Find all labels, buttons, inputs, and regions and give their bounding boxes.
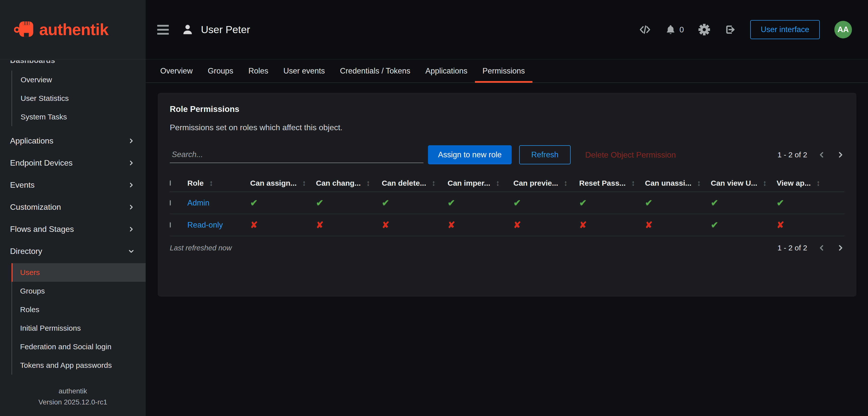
sort-icon[interactable]: ↕	[564, 179, 568, 188]
column-header-label: Can unassi...	[645, 179, 691, 187]
header-checkbox-cell	[170, 181, 187, 185]
chevron-right-icon	[128, 160, 135, 166]
tab-user-events[interactable]: User events	[276, 60, 332, 82]
footer-app-name: authentik	[0, 386, 146, 396]
role-permissions-panel: Role Permissions Permissions set on role…	[158, 93, 857, 297]
directory-subgroup: UsersGroupsRolesInitial PermissionsFeder…	[11, 263, 146, 375]
column-header-can-previe: Can previe...↕	[514, 179, 579, 188]
tab-groups[interactable]: Groups	[200, 60, 241, 82]
sidebar-section-label: Events	[10, 180, 35, 190]
refresh-button[interactable]: Refresh	[519, 145, 570, 164]
sidebar: authentik Dashboards OverviewUser Statis…	[0, 0, 146, 416]
tab-applications[interactable]: Applications	[418, 60, 475, 82]
tab-roles[interactable]: Roles	[241, 60, 276, 82]
chevron-right-icon	[128, 226, 135, 233]
role-cell: Admin	[187, 199, 250, 208]
sort-icon[interactable]: ↕	[816, 179, 820, 188]
logo-area[interactable]: authentik	[0, 0, 146, 60]
sort-icon[interactable]: ↕	[209, 179, 213, 188]
permission-granted-icon: ✔	[316, 198, 382, 208]
column-header-label: Can delete...	[382, 179, 426, 187]
role-link-admin[interactable]: Admin	[187, 199, 210, 207]
sort-icon[interactable]: ↕	[697, 179, 701, 188]
tab-credentials-tokens[interactable]: Credentials / Tokens	[333, 60, 418, 82]
sidebar-nav: Dashboards OverviewUser StatisticsSystem…	[0, 60, 146, 375]
column-header-role: Role↕	[187, 179, 250, 188]
permission-granted-icon: ✔	[579, 198, 645, 208]
table-footer: Last refreshed now 1 - 2 of 2	[170, 244, 844, 252]
select-all-checkbox[interactable]	[170, 180, 171, 186]
permission-granted-icon: ✔	[382, 198, 447, 208]
chevron-down-icon	[128, 248, 135, 255]
role-link-read-only[interactable]: Read-only	[187, 220, 223, 229]
column-header-can-imper: Can imper...↕	[447, 179, 514, 188]
sort-icon[interactable]: ↕	[631, 179, 635, 188]
sidebar-item-roles[interactable]: Roles	[11, 300, 146, 319]
sidebar-toggle-icon[interactable]	[157, 25, 169, 35]
sidebar-section-dashboards-clipped[interactable]: Dashboards	[0, 61, 146, 67]
pagination-next-icon[interactable]	[836, 151, 844, 159]
sidebar-section-label: Endpoint Devices	[10, 158, 72, 168]
sign-out-icon[interactable]	[724, 24, 736, 35]
notifications-button[interactable]: 0	[665, 24, 684, 35]
column-header-label: View ap...	[777, 179, 811, 187]
panel-title: Role Permissions	[170, 104, 844, 114]
chevron-right-icon	[128, 138, 135, 144]
row-checkbox-cell	[170, 223, 187, 227]
pagination-label: 1 - 2 of 2	[778, 150, 807, 159]
api-code-icon[interactable]	[639, 24, 651, 35]
header-actions: 0 User interface AA	[639, 20, 852, 39]
avatar[interactable]: AA	[834, 21, 852, 38]
sort-icon[interactable]: ↕	[432, 179, 436, 188]
column-header-can-assign: Can assign...↕	[250, 179, 316, 188]
permission-denied-icon: ✘	[316, 220, 382, 230]
column-header-reset-pass: Reset Pass...↕	[579, 179, 645, 188]
user-interface-button[interactable]: User interface	[750, 20, 820, 39]
sidebar-section-flows-and-stages[interactable]: Flows and Stages	[0, 218, 146, 240]
tab-permissions[interactable]: Permissions	[475, 60, 532, 82]
permission-granted-icon: ✔	[711, 220, 777, 230]
permission-denied-icon: ✘	[447, 220, 514, 230]
row-checkbox[interactable]	[170, 200, 171, 206]
search-input[interactable]	[170, 146, 424, 163]
column-header-label: Role	[187, 179, 204, 187]
sort-icon[interactable]: ↕	[366, 179, 370, 188]
permission-granted-icon: ✔	[777, 198, 842, 208]
row-checkbox-cell	[170, 201, 187, 205]
user-icon	[182, 24, 193, 35]
sidebar-item-initial-permissions[interactable]: Initial Permissions	[11, 319, 146, 338]
sidebar-section-endpoint-devices[interactable]: Endpoint Devices	[0, 152, 146, 174]
sidebar-item-groups[interactable]: Groups	[11, 282, 146, 300]
assign-to-new-role-button[interactable]: Assign to new role	[428, 145, 512, 164]
sidebar-section-customization[interactable]: Customization	[0, 196, 146, 218]
sidebar-section-directory[interactable]: Directory	[0, 240, 146, 262]
tab-overview[interactable]: Overview	[153, 60, 200, 82]
sort-icon[interactable]: ↕	[763, 179, 767, 188]
sort-icon[interactable]: ↕	[496, 179, 500, 188]
role-permissions-table: Role↕Can assign...↕Can chang...↕Can dele…	[170, 174, 844, 236]
pagination-prev-icon[interactable]	[818, 151, 826, 159]
sidebar-item-user-statistics[interactable]: User Statistics	[12, 89, 146, 108]
sidebar-item-system-tasks[interactable]: System Tasks	[12, 108, 146, 126]
sidebar-section-applications[interactable]: Applications	[0, 130, 146, 152]
sort-icon[interactable]: ↕	[302, 179, 306, 188]
search-field-wrap	[170, 146, 424, 163]
sidebar-item-users[interactable]: Users	[11, 263, 146, 282]
sidebar-section-label: Customization	[10, 203, 61, 212]
sidebar-item-federation-and-social-login[interactable]: Federation and Social login	[11, 338, 146, 356]
bell-icon	[665, 24, 676, 35]
pagination-next-icon[interactable]	[836, 244, 844, 252]
sidebar-item-tokens-and-app-passwords[interactable]: Tokens and App passwords	[11, 356, 146, 375]
sidebar-item-overview[interactable]: Overview	[12, 70, 146, 89]
settings-gear-icon[interactable]	[699, 24, 710, 35]
sidebar-section-events[interactable]: Events	[0, 174, 146, 196]
tab-bar: OverviewGroupsRolesUser eventsCredential…	[146, 60, 868, 83]
permission-granted-icon: ✔	[645, 198, 711, 208]
pagination-bottom: 1 - 2 of 2	[778, 244, 844, 252]
row-checkbox[interactable]	[170, 222, 171, 228]
permission-denied-icon: ✘	[579, 220, 645, 230]
permission-denied-icon: ✘	[645, 220, 711, 230]
permission-denied-icon: ✘	[777, 220, 842, 230]
delete-object-permission-button: Delete Object Permission	[585, 150, 676, 160]
pagination-prev-icon[interactable]	[818, 244, 826, 252]
